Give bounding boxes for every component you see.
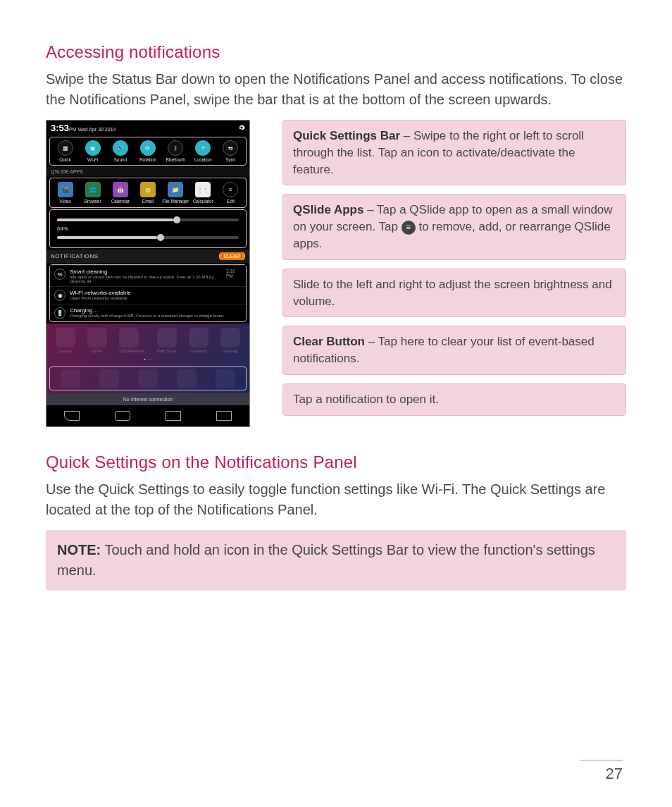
qs-label: Location <box>194 157 212 162</box>
home-item: Update <box>56 328 75 353</box>
notif-item: ◉ Wi-Fi networks available Open Wi-Fi ne… <box>50 286 246 304</box>
qs-label: Quick <box>59 157 71 162</box>
callout-bold: QSlide Apps <box>293 203 363 216</box>
quickremote-icon <box>119 328 139 347</box>
phone-notif-list-highlight: % Smart cleaning Idle apps or saved file… <box>49 264 247 322</box>
notif-text: Charging… Charging slowly with charger/U… <box>70 307 225 318</box>
clear-button: CLEAR <box>220 252 244 260</box>
home-item: Contacts <box>189 328 209 353</box>
notif-text: Wi-Fi networks available Open Wi-Fi netw… <box>70 290 131 300</box>
dock-icon <box>216 369 235 388</box>
qslide-label: Email <box>142 199 154 204</box>
qslide-label: Edit <box>227 199 235 204</box>
phone-navbar <box>46 405 249 426</box>
qslide-item: ⋮⋮Calculator <box>190 182 216 204</box>
callout-qslide-apps: QSlide Apps – Tap a QSlide app to open a… <box>282 194 626 259</box>
qs-label: Sync <box>225 157 235 162</box>
qslide-item: 🌐Browser <box>80 182 106 204</box>
charging-icon: 🔋 <box>54 307 66 319</box>
qslide-item: @Email <box>135 182 161 204</box>
phone-screenshot: 3:53PM Wed Apr 30 2014 ▦Quick ◉Wi-Fi 🔊So… <box>46 120 250 427</box>
qs-item: ◉Wi-Fi <box>80 140 106 162</box>
edit-menu-icon: ≡ <box>402 221 416 235</box>
calculator-icon: ⋮⋮ <box>195 182 211 197</box>
qs-label: Wi-Fi <box>87 157 98 162</box>
qslide-label: Calculator <box>193 199 213 204</box>
notif-time: 3:16 PM <box>226 269 242 278</box>
page-dots: • · · <box>49 353 247 365</box>
phone-time-suffix: PM Wed Apr 30 2014 <box>69 127 116 132</box>
callout-clear-button: Clear Button – Tap here to clear your li… <box>282 326 626 375</box>
phone-weather-widget: No Internet connection <box>46 393 249 405</box>
notif-title: Smart cleaning <box>70 269 222 275</box>
browser-icon: 🌐 <box>85 182 101 197</box>
qs-item: ▦Quick <box>53 140 78 162</box>
qs-item: ⟳Rotation <box>135 140 161 162</box>
dock-icon <box>61 369 80 388</box>
phone-quick-settings-highlight: ▦Quick ◉Wi-Fi 🔊Sound ⟳Rotation ᛒBluetoot… <box>49 137 247 166</box>
playstore-icon <box>157 328 177 347</box>
phone-dock-row <box>51 369 244 388</box>
note-label: NOTE: <box>57 542 101 557</box>
qs-item: ⇆Sync <box>218 140 243 162</box>
bluetooth-icon: ᛒ <box>168 140 183 156</box>
heading-quick-settings-panel: Quick Settings on the Notifications Pane… <box>46 452 626 472</box>
body-accessing-notifications: Swipe the Status Bar down to open the No… <box>46 69 626 110</box>
home-item: QPair <box>87 328 107 353</box>
home-item: QuickRemote <box>119 328 144 353</box>
callout-tap-notification: Tap a notification to open it. <box>282 383 626 416</box>
heading-accessing-notifications: Accessing notifications <box>46 42 626 62</box>
qslide-item: ≡Edit <box>218 182 243 204</box>
qslide-label: File Manager <box>162 199 189 204</box>
email-icon: @ <box>140 182 156 197</box>
callouts-column: Quick Settings Bar – Swipe to the right … <box>282 120 626 416</box>
phone-statusbar: 3:53PM Wed Apr 30 2014 <box>46 121 249 135</box>
callout-bold: Clear Button <box>293 335 365 348</box>
dock-icon <box>138 369 158 388</box>
home-icon <box>115 411 130 421</box>
phone-sliders-highlight: 64% <box>49 209 247 248</box>
notif-item: 🔋 Charging… Charging slowly with charger… <box>50 304 246 321</box>
qs-label: Sound <box>113 157 127 162</box>
qslide-item: 📁File Manager <box>163 182 188 204</box>
qs-label: Bluetooth <box>166 157 185 162</box>
phone-notif-header: NOTIFICATIONS CLEAR <box>46 250 249 263</box>
edit-icon: ≡ <box>223 182 238 197</box>
home-item: Play Store <box>157 328 177 353</box>
figure-row: 3:53PM Wed Apr 30 2014 ▦Quick ◉Wi-Fi 🔊So… <box>46 120 626 427</box>
notif-text: Smart cleaning Idle apps or saved files … <box>70 269 222 283</box>
qslide-label: Video <box>59 199 71 204</box>
video-icon: 🎬 <box>58 182 73 197</box>
update-icon <box>56 328 75 347</box>
location-icon: ⌖ <box>195 140 211 156</box>
home-item: Settings <box>220 328 240 353</box>
phone-brightness: 64% <box>51 211 244 246</box>
phone-qslide-row: 🎬Video 🌐Browser 📅Calendar @Email 📁File M… <box>51 180 244 206</box>
volume-slider <box>57 236 239 239</box>
phone-time-value: 3:53 <box>51 123 69 133</box>
sound-icon: 🔊 <box>113 140 128 156</box>
contacts-icon <box>189 328 209 347</box>
qslide-toggle-icon: ▦ <box>58 140 73 156</box>
file-manager-icon: 📁 <box>168 182 183 197</box>
phone-dock-highlight <box>49 366 247 390</box>
callout-quick-settings-bar: Quick Settings Bar – Swipe to the right … <box>282 120 626 185</box>
phone-time: 3:53PM Wed Apr 30 2014 <box>51 123 116 133</box>
phone-notif-header-label: NOTIFICATIONS <box>51 253 99 259</box>
phone-home-row: Update QPair QuickRemote Play Store Cont… <box>49 328 247 353</box>
rotation-icon: ⟳ <box>140 140 156 156</box>
calendar-icon: 📅 <box>113 182 128 197</box>
note-box: NOTE: Touch and hold an icon in the Quic… <box>46 530 626 591</box>
qpair-icon <box>87 328 107 347</box>
wifi-icon: ◉ <box>54 290 66 301</box>
qs-item: ᛒBluetooth <box>163 140 188 162</box>
callout-bold: Quick Settings Bar <box>293 129 400 142</box>
page-number: 27 <box>580 760 623 783</box>
brightness-pct: 64% <box>57 226 239 232</box>
notif-sub: Idle apps or saved files can be cleaned … <box>70 275 222 283</box>
qslide-label: Browser <box>85 199 101 204</box>
callout-brightness-volume: Slide to the left and right to adjust th… <box>282 269 626 318</box>
note-body: Touch and hold an icon in the Quick Sett… <box>57 542 595 578</box>
phone-qslide-label: QSLIDE APPS <box>46 167 249 176</box>
dock-icon <box>177 369 197 388</box>
